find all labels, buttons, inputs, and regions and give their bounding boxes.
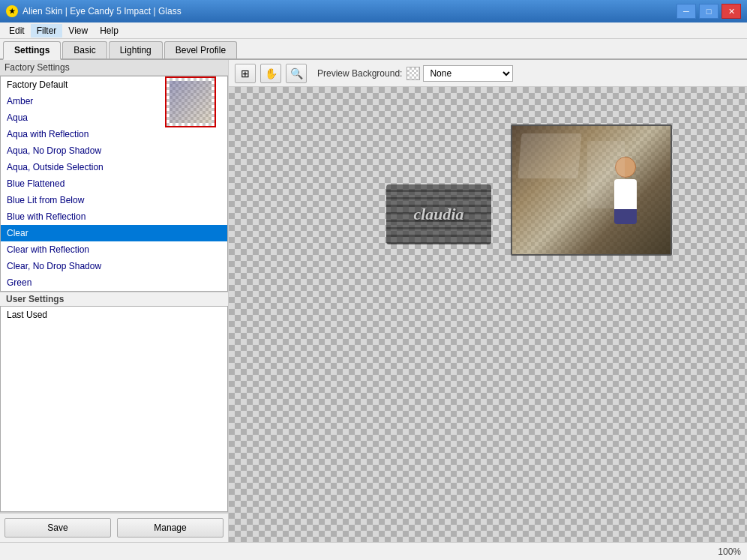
window-controls: ─ □ ✕	[676, 4, 741, 19]
list-item[interactable]: Clear, No Drop Shadow	[1, 258, 227, 274]
thumbnail-inner	[170, 81, 212, 123]
list-item-selected[interactable]: Clear	[1, 225, 227, 241]
list-item[interactable]: Blue with Reflection	[1, 208, 227, 225]
watermark-image: claudia	[386, 184, 491, 244]
zoom-tool-button[interactable]: 🔍	[286, 64, 307, 83]
list-item[interactable]: Clear with Reflection	[1, 241, 227, 258]
zoom-icon: 🔍	[290, 67, 303, 79]
window-title: Alien Skin | Eye Candy 5 Impact | Glass	[22, 6, 676, 16]
left-panel: Factory Settings Factory Default Amber A…	[0, 60, 229, 542]
menu-help[interactable]: Help	[94, 24, 124, 37]
app-icon: ★	[6, 5, 18, 17]
maximize-button[interactable]: □	[699, 4, 718, 19]
menu-bar: Edit Filter View Help	[0, 22, 747, 39]
preview-background-select[interactable]: None White Black	[423, 65, 513, 82]
tab-bar: Settings Basic Lighting Bevel Profile	[0, 39, 747, 60]
user-settings-list[interactable]: Last Used	[0, 306, 228, 512]
list-item[interactable]: Aqua, No Drop Shadow	[1, 142, 227, 159]
fit-page-button[interactable]: ⊞	[235, 64, 256, 83]
preview-background-label: Preview Background:	[317, 68, 402, 79]
save-button[interactable]: Save	[4, 518, 111, 538]
title-bar: ★ Alien Skin | Eye Candy 5 Impact | Glas…	[0, 0, 747, 22]
close-button[interactable]: ✕	[722, 4, 741, 19]
thumbnail-preview	[165, 76, 216, 127]
preview-effect	[511, 124, 672, 256]
watermark-text: claudia	[413, 205, 464, 224]
main-layout: Factory Settings Factory Default Amber A…	[0, 60, 747, 542]
panel-buttons: Save Manage	[0, 513, 228, 542]
list-item[interactable]: Aqua, Outside Selection	[1, 159, 227, 175]
thumbnail-area	[165, 76, 218, 129]
user-list-container: User Settings Last Used	[0, 292, 228, 513]
zoom-level: 100%	[718, 547, 741, 557]
preview-toolbar: ⊞ ✋ 🔍 Preview Background: None White Bla…	[229, 60, 747, 87]
figure-legs	[614, 209, 637, 224]
list-item[interactable]: Blue Lit from Below	[1, 192, 227, 208]
tab-basic[interactable]: Basic	[62, 41, 106, 58]
tab-lighting[interactable]: Lighting	[109, 41, 163, 58]
list-item[interactable]: Blue Flattened	[1, 175, 227, 192]
factory-list-header: Factory Settings	[0, 60, 228, 76]
user-list-item[interactable]: Last Used	[1, 307, 227, 323]
list-item[interactable]: Jade	[1, 291, 227, 292]
menu-filter[interactable]: Filter	[31, 24, 63, 37]
hand-tool-icon: ✋	[265, 67, 278, 79]
tab-bevel-profile[interactable]: Bevel Profile	[164, 41, 237, 58]
user-list-header: User Settings	[0, 292, 228, 306]
bg-checker-icon	[406, 67, 420, 80]
menu-view[interactable]: View	[62, 24, 94, 37]
canvas-area: claudia	[229, 87, 747, 542]
fit-page-icon: ⊞	[241, 67, 250, 79]
glass-reflection-2	[587, 141, 625, 208]
glass-reflection-1	[518, 133, 581, 178]
tab-settings[interactable]: Settings	[3, 41, 61, 60]
factory-list-container: Factory Settings Factory Default Amber A…	[0, 60, 228, 292]
menu-edit[interactable]: Edit	[3, 24, 31, 37]
manage-button[interactable]: Manage	[117, 518, 224, 538]
hand-tool-button[interactable]: ✋	[260, 64, 281, 83]
right-panel: ⊞ ✋ 🔍 Preview Background: None White Bla…	[229, 60, 747, 542]
minimize-button[interactable]: ─	[676, 4, 696, 19]
list-item[interactable]: Green	[1, 274, 227, 291]
status-bar: 100%	[0, 542, 747, 560]
